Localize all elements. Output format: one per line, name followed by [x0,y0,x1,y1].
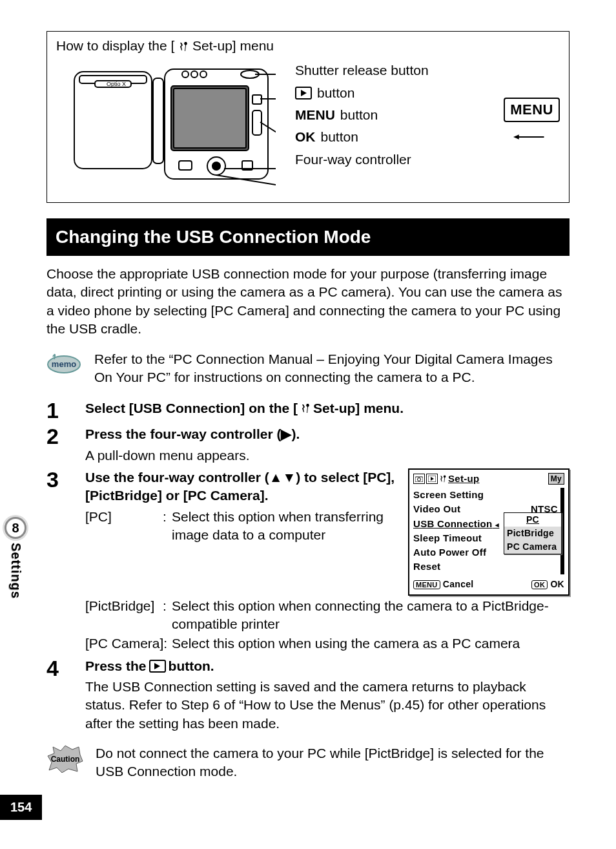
step-number: 2 [46,425,70,447]
menu-item-reset: Reset [413,560,440,573]
chapter-label: Settings [7,543,25,599]
step-2: 2 Press the four-way controller (▶). A p… [46,425,570,465]
label-shutter-release: Shutter release button [295,61,560,79]
menu-item-auto-power-off: Auto Power Off [413,546,486,559]
chapter-number-badge: 8 [5,517,26,539]
step-list: 1 Select [USB Connection] on the [ Set-u… [46,399,570,733]
menu-item-sleep-timeout: Sleep Timeout [413,532,482,545]
step-2-subtext: A pull-down menu appears. [85,446,570,465]
screen-my-chip: My [548,473,564,485]
memo-callout: memo Refer to the “PC Connection Manual … [46,350,570,387]
step-3-title: Use the four-way controller (▲▼) to sele… [85,468,396,505]
screen-title: Set-up [448,472,479,485]
def-pc-camera: [PC Camera]: Select this option when usi… [85,634,570,653]
screen-menu-list: Screen Setting Video OutNTSC USB Connect… [413,488,564,574]
step-number: 1 [46,399,70,421]
footer-cancel: Cancel [443,579,474,589]
camera-illustration: Optio X [56,60,276,189]
setup-tools-icon [300,403,311,414]
setup-menu-screenshot: Set-up My Screen Setting Video OutNTSC U… [408,468,570,596]
menu-item-screen-setting: Screen Setting [413,488,484,501]
chapter-side-tab: 8 Settings [0,517,31,599]
tab-setup-icon [439,475,447,483]
intro-paragraph: Choose the appropriate USB connection mo… [46,265,570,338]
arrow-icon [504,134,555,140]
page-number: 154 [0,795,42,820]
step-2-title: Press the four-way controller (▶). [85,425,570,443]
svg-rect-10 [174,89,246,148]
svg-point-5 [182,71,189,78]
def-pictbridge: [PictBridge]: Select this option when co… [85,597,570,634]
dropdown-option-pc-camera: PC Camera [504,540,561,554]
step-1: 1 Select [USB Connection] on the [ Set-u… [46,399,570,421]
diagram-title-prefix: How to display the [ [56,38,174,53]
dropdown-option-pictbridge: PictBridge [504,527,561,540]
menu-chip-icon: MENU [413,580,440,589]
caution-icon: Caution [46,744,84,773]
menu-item-video-out: Video Out [413,503,460,516]
def-pc: [PC]: Select this option when transferri… [85,508,396,545]
diagram-title: How to display the [ Set-up] menu [56,37,560,55]
play-icon [149,660,166,673]
setup-tools-icon [174,38,192,53]
svg-point-15 [212,162,220,170]
step-3: 3 Use the four-way controller (▲▼) to se… [46,468,570,653]
play-icon [295,87,312,100]
memo-icon: memo [46,350,81,375]
diagram-title-suffix: Set-up] menu [192,38,274,53]
step-4-title: Press the button. [85,657,570,675]
step-1-title: Select [USB Connection] on the [ Set-up]… [85,399,570,417]
step-4-subtext: The USB Connection setting is saved and … [85,678,570,733]
step-number: 3 [46,468,70,490]
dropdown-option-pc: PC [504,513,561,527]
menu-chip-large: MENU [504,98,560,140]
caution-callout: Caution Do not connect the camera to you… [46,744,570,781]
svg-point-7 [200,71,207,78]
how-to-display-diagram: How to display the [ Set-up] menu [46,31,570,203]
svg-point-6 [191,71,198,78]
menu-item-usb-connection: USB Connection ◂ [413,518,499,530]
svg-marker-24 [513,134,519,140]
usb-dropdown: PC PictBridge PC Camera [504,512,562,554]
caution-text: Do not connect the camera to your PC whi… [96,744,570,781]
svg-marker-30 [431,477,434,481]
svg-rect-3 [153,78,163,163]
tab-camera-icon [413,474,425,484]
svg-point-28 [418,478,421,481]
section-heading: Changing the USB Connection Mode [46,218,570,256]
step-number: 4 [46,657,70,679]
svg-line-21 [216,175,276,188]
memo-text: Refer to the “PC Connection Manual – Enj… [94,350,570,387]
ok-chip-icon: OK [531,580,548,589]
footer-ok: OK [550,579,564,589]
step-4: 4 Press the button. The USB Connection s… [46,657,570,733]
svg-text:Caution: Caution [51,755,80,764]
tab-play-icon [426,474,438,484]
svg-text:Optio X: Optio X [107,81,126,87]
screen-footer: MENU Cancel OK OK [413,578,564,591]
svg-rect-11 [252,95,262,104]
svg-text:memo: memo [52,359,76,369]
svg-rect-13 [179,161,192,170]
label-fourway: Four-way controller [295,151,560,169]
